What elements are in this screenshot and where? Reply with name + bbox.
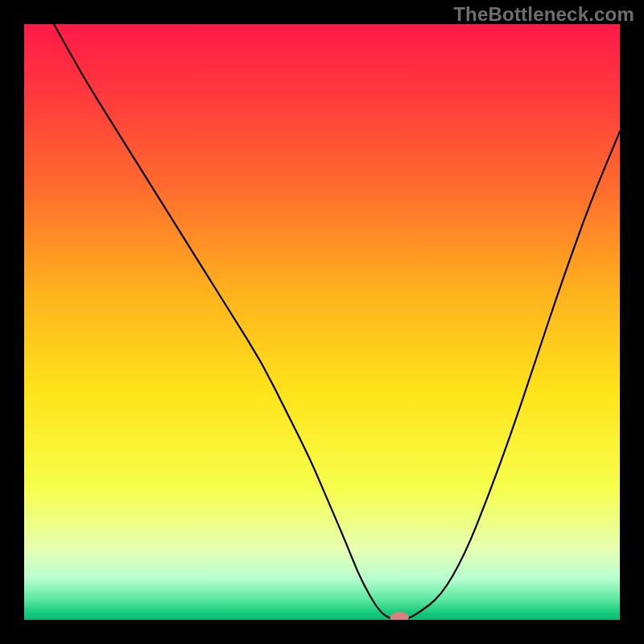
bottleneck-curve	[54, 24, 620, 620]
watermark-text: TheBottleneck.com	[453, 3, 634, 26]
chart-frame: TheBottleneck.com	[0, 0, 644, 644]
curve-layer	[24, 24, 620, 620]
plot-area	[24, 24, 620, 620]
optimal-marker	[390, 612, 409, 620]
